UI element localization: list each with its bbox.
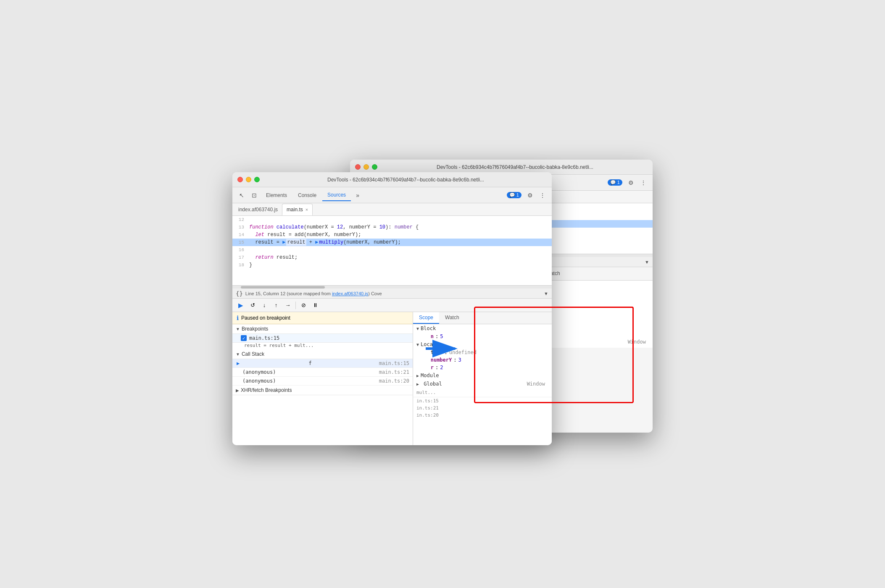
tab-sources-front[interactable]: Sources: [322, 189, 351, 201]
pause-on-exception-btn[interactable]: ⏸: [310, 300, 320, 310]
step-back-btn[interactable]: ↺: [248, 300, 258, 310]
tab-elements-front[interactable]: Elements: [261, 189, 292, 201]
paused-text: Paused on breakpoint: [241, 315, 290, 321]
maximize-button[interactable]: [372, 164, 377, 170]
step-into-btn[interactable]: ↓: [259, 300, 269, 310]
file-tab-js-front[interactable]: index.af063740.js: [234, 204, 282, 215]
front-status-text: Line 15, Column 12 (source mapped from i…: [245, 291, 382, 296]
front-code-area: 12 13 function calculate(numberX = 12, n…: [232, 216, 552, 285]
code-line-12: 12: [232, 216, 552, 223]
resume-btn[interactable]: ▶: [236, 300, 246, 310]
back-window-title: DevTools - 62c6b934c4b7f676049af4b7--buc…: [382, 164, 648, 170]
front-maximize-button[interactable]: [254, 177, 260, 182]
paused-info: ℹ Paused on breakpoint: [232, 312, 413, 324]
code-line-17: 17 return result;: [232, 254, 552, 261]
call-stack-f[interactable]: f main.ts:15: [232, 359, 413, 368]
front-close-button[interactable]: [237, 177, 243, 182]
code-line-14: 14 let result = add(numberX, numberY);: [232, 231, 552, 239]
badge-back: 💬 1: [608, 179, 622, 186]
loc-hint-3: in.ts:20: [413, 412, 552, 419]
front-block-section[interactable]: ▼ Block: [413, 324, 552, 333]
front-traffic-lights: [237, 177, 260, 182]
more-icon-back[interactable]: ⋮: [637, 177, 649, 189]
code-line-16: 16: [232, 246, 552, 254]
front-local-r: r: 2: [413, 364, 552, 371]
call-stack-anon2-name: (anonymous): [242, 378, 276, 384]
call-stack-f-name: f: [308, 360, 311, 366]
format-icon[interactable]: {}: [236, 290, 243, 297]
file-tab-js-front-label: index.af063740.js: [238, 207, 278, 213]
front-scope-tabs: Scope Watch: [413, 312, 552, 324]
breakpoint-code: result = result + mult...: [232, 343, 413, 349]
loc-hint-1: in.ts:15: [413, 397, 552, 404]
more-tabs-icon[interactable]: »: [352, 189, 363, 201]
xhr-header[interactable]: ▶ XHR/fetch Breakpoints: [232, 386, 413, 395]
call-stack-anon2[interactable]: (anonymous) main.ts:20: [232, 377, 413, 386]
front-scrollbar[interactable]: [232, 285, 552, 289]
close-button[interactable]: [355, 164, 361, 170]
code-line-13: 13 function calculate(numberX = 12, numb…: [232, 223, 552, 231]
front-tab-scope[interactable]: Scope: [413, 312, 439, 324]
front-left-panel: ℹ Paused on breakpoint ▼ Breakpoints ✓ m…: [232, 312, 413, 445]
call-stack-label: Call Stack: [242, 351, 264, 357]
xhr-label: XHR/fetch Breakpoints: [241, 387, 292, 393]
front-status-bar: {} Line 15, Column 12 (source mapped fro…: [232, 289, 552, 299]
front-global-section[interactable]: ▶ Global Window: [413, 380, 552, 388]
breakpoint-check: ✓: [241, 335, 247, 341]
call-stack-header[interactable]: ▼ Call Stack: [232, 349, 413, 359]
scene: DevTools - 62c6b934c4b7f676049af4b7--buc…: [232, 143, 653, 445]
front-status-toggle[interactable]: ▼: [544, 291, 548, 296]
front-status-link[interactable]: index.af063740.js: [332, 291, 368, 296]
mult-hint: mult...: [413, 388, 552, 397]
front-minimize-button[interactable]: [246, 177, 251, 182]
minimize-button[interactable]: [363, 164, 369, 170]
call-stack-anon1-name: (anonymous): [242, 369, 276, 375]
call-stack-anon1-loc: main.ts:21: [379, 369, 409, 375]
breakpoints-toggle-btn[interactable]: ⊘: [298, 300, 308, 310]
step-out-btn[interactable]: ↑: [271, 300, 281, 310]
breakpoint-item[interactable]: ✓ main.ts:15: [232, 334, 413, 343]
front-right-panel: Scope Watch ▼ Block n: 5 ▼ Local this: u…: [413, 312, 552, 445]
info-icon: ℹ: [237, 315, 239, 321]
file-tab-close-front[interactable]: ×: [306, 207, 308, 212]
settings-icon-front[interactable]: ⚙: [524, 189, 536, 201]
front-module-section[interactable]: ▶ Module: [413, 371, 552, 380]
front-title-bar: DevTools - 62c6b934c4b7f676049af4b7--buc…: [232, 172, 552, 187]
loc-hint-2: in.ts:21: [413, 404, 552, 412]
traffic-lights: [355, 164, 377, 170]
call-stack-anon2-loc: main.ts:20: [379, 378, 409, 384]
breakpoint-file: main.ts:15: [249, 335, 279, 341]
back-status-toggle[interactable]: ▼: [645, 260, 649, 265]
file-tab-ts-front[interactable]: main.ts ×: [282, 204, 313, 215]
settings-icon-back[interactable]: ⚙: [625, 177, 637, 189]
code-line-15: 15 result = ▶result + ▶multiply(numberX,…: [232, 239, 552, 246]
badge-front: 💬 1: [507, 192, 522, 198]
code-line-18: 18 }: [232, 261, 552, 269]
file-tab-ts-front-label: main.ts: [287, 207, 303, 213]
front-window: DevTools - 62c6b934c4b7f676049af4b7--buc…: [232, 172, 552, 445]
breakpoints-label: Breakpoints: [242, 326, 268, 332]
step-over-btn[interactable]: →: [283, 300, 293, 310]
tab-console-front[interactable]: Console: [293, 189, 321, 201]
blue-arrow: [424, 338, 461, 360]
lower-split: ℹ Paused on breakpoint ▼ Breakpoints ✓ m…: [232, 312, 552, 445]
device-icon[interactable]: ⊡: [248, 189, 260, 201]
front-window-title: DevTools - 62c6b934c4b7f676049af4b7--buc…: [265, 177, 547, 183]
front-debug-toolbar: ▶ ↺ ↓ ↑ → ⊘ ⏸: [232, 299, 552, 312]
front-toolbar: ↖ ⊡ Elements Console Sources » 💬 1 ⚙ ⋮: [232, 187, 552, 203]
more-icon-front[interactable]: ⋮: [537, 189, 548, 201]
call-stack-anon1[interactable]: (anonymous) main.ts:21: [232, 368, 413, 377]
cursor-icon[interactable]: ↖: [236, 189, 248, 201]
front-file-tabs: index.af063740.js main.ts ×: [232, 203, 552, 216]
front-tab-watch[interactable]: Watch: [439, 312, 465, 324]
breakpoints-header[interactable]: ▼ Breakpoints: [232, 324, 413, 334]
call-stack-f-loc: main.ts:15: [379, 360, 409, 366]
